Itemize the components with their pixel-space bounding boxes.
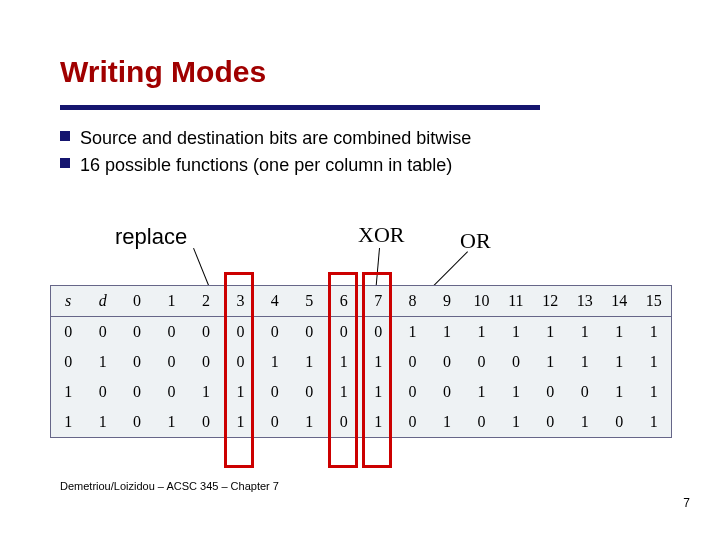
table-header-cell: 0 xyxy=(120,286,154,317)
slide-title: Writing Modes xyxy=(60,55,266,89)
table-header-cell: 8 xyxy=(395,286,429,317)
table-cell: 0 xyxy=(327,317,361,348)
table-cell: 0 xyxy=(533,407,567,437)
label-xor: XOR xyxy=(358,222,404,248)
table-cell: 0 xyxy=(464,347,498,377)
table-cell: 1 xyxy=(292,347,326,377)
table-header-row: s d 0 1 2 3 4 5 6 7 8 9 10 11 12 13 14 1… xyxy=(51,286,671,317)
table-cell: 0 xyxy=(327,407,361,437)
table-cell: 0 xyxy=(154,347,188,377)
table-cell: 0 xyxy=(189,317,223,348)
table-cell: 0 xyxy=(189,407,223,437)
table-header-cell: 3 xyxy=(223,286,257,317)
table-header-cell: 2 xyxy=(189,286,223,317)
table-header-cell: d xyxy=(85,286,119,317)
table-header-cell: 7 xyxy=(361,286,395,317)
table-cell: 0 xyxy=(568,377,602,407)
table-cell: 1 xyxy=(602,317,636,348)
table-header-cell: 11 xyxy=(499,286,533,317)
table-cell: 1 xyxy=(361,407,395,437)
table-cell: 0 xyxy=(85,317,119,348)
table-cell: 1 xyxy=(533,347,567,377)
table-cell: 1 xyxy=(292,407,326,437)
table-cell: 1 xyxy=(499,377,533,407)
table-header-cell: 9 xyxy=(430,286,464,317)
table-cell: 0 xyxy=(395,407,429,437)
table-cell: 1 xyxy=(568,407,602,437)
table-cell: 0 xyxy=(120,377,154,407)
table-cell: 0 xyxy=(430,377,464,407)
table-cell: 1 xyxy=(85,347,119,377)
bullet-text: Source and destination bits are combined… xyxy=(80,125,471,152)
bullet-icon xyxy=(60,131,70,141)
truth-table: s d 0 1 2 3 4 5 6 7 8 9 10 11 12 13 14 1… xyxy=(50,285,672,438)
table-cell: 1 xyxy=(258,347,292,377)
table-cell: 0 xyxy=(223,347,257,377)
bullet-item: Source and destination bits are combined… xyxy=(60,125,471,152)
table-cell: 1 xyxy=(636,407,671,437)
table-cell: 0 xyxy=(258,317,292,348)
table-cell: 1 xyxy=(464,377,498,407)
table-cell: 0 xyxy=(430,347,464,377)
title-underline xyxy=(60,105,540,110)
bullet-item: 16 possible functions (one per column in… xyxy=(60,152,471,179)
table-cell: 0 xyxy=(120,347,154,377)
table-cell: 1 xyxy=(568,347,602,377)
table-cell: 0 xyxy=(154,317,188,348)
bullet-icon xyxy=(60,158,70,168)
table-cell: 0 xyxy=(223,317,257,348)
table-cell: 1 xyxy=(327,377,361,407)
table-cell: 1 xyxy=(154,407,188,437)
table-cell: 0 xyxy=(292,317,326,348)
table-cell: 0 xyxy=(120,317,154,348)
table-cell: 0 xyxy=(361,317,395,348)
table-cell: 1 xyxy=(602,377,636,407)
table-cell: 0 xyxy=(51,317,85,348)
bullet-list: Source and destination bits are combined… xyxy=(60,125,471,179)
table-cell: 1 xyxy=(223,377,257,407)
table-cell: 0 xyxy=(533,377,567,407)
table-row: 0 1 0 0 0 0 1 1 1 1 0 0 0 0 1 1 1 1 xyxy=(51,347,671,377)
table-cell: 1 xyxy=(327,347,361,377)
table-header-cell: 5 xyxy=(292,286,326,317)
table-cell: 1 xyxy=(430,317,464,348)
table-cell: 1 xyxy=(499,317,533,348)
table-cell: 0 xyxy=(602,407,636,437)
bullet-text: 16 possible functions (one per column in… xyxy=(80,152,452,179)
table-cell: 1 xyxy=(499,407,533,437)
table-row: 1 0 0 0 1 1 0 0 1 1 0 0 1 1 0 0 1 1 xyxy=(51,377,671,407)
table-cell: 1 xyxy=(395,317,429,348)
table-cell: 0 xyxy=(85,377,119,407)
table-cell: 1 xyxy=(430,407,464,437)
table-header-cell: s xyxy=(51,286,85,317)
table-cell: 1 xyxy=(361,347,395,377)
table-cell: 0 xyxy=(499,347,533,377)
table-cell: 1 xyxy=(636,347,671,377)
table-cell: 1 xyxy=(602,347,636,377)
table-header-cell: 14 xyxy=(602,286,636,317)
table-cell: 1 xyxy=(361,377,395,407)
table-cell: 1 xyxy=(464,317,498,348)
table-cell: 0 xyxy=(395,347,429,377)
table-cell: 1 xyxy=(568,317,602,348)
table-cell: 0 xyxy=(154,377,188,407)
table-header-cell: 15 xyxy=(636,286,671,317)
page-number: 7 xyxy=(683,496,690,510)
table-cell: 0 xyxy=(258,407,292,437)
table-cell: 1 xyxy=(51,377,85,407)
table-cell: 1 xyxy=(533,317,567,348)
table-cell: 1 xyxy=(636,377,671,407)
table-cell: 1 xyxy=(51,407,85,437)
footer-text: Demetriou/Loizidou – ACSC 345 – Chapter … xyxy=(60,480,279,492)
table-header-cell: 10 xyxy=(464,286,498,317)
table-cell: 0 xyxy=(120,407,154,437)
table-cell: 1 xyxy=(189,377,223,407)
table-header-cell: 4 xyxy=(258,286,292,317)
table-cell: 0 xyxy=(464,407,498,437)
table-cell: 0 xyxy=(189,347,223,377)
table-row: 1 1 0 1 0 1 0 1 0 1 0 1 0 1 0 1 0 1 xyxy=(51,407,671,437)
table-cell: 0 xyxy=(258,377,292,407)
table-header-cell: 13 xyxy=(568,286,602,317)
table-row: 0 0 0 0 0 0 0 0 0 0 1 1 1 1 1 1 1 1 xyxy=(51,317,671,348)
table-cell: 0 xyxy=(395,377,429,407)
